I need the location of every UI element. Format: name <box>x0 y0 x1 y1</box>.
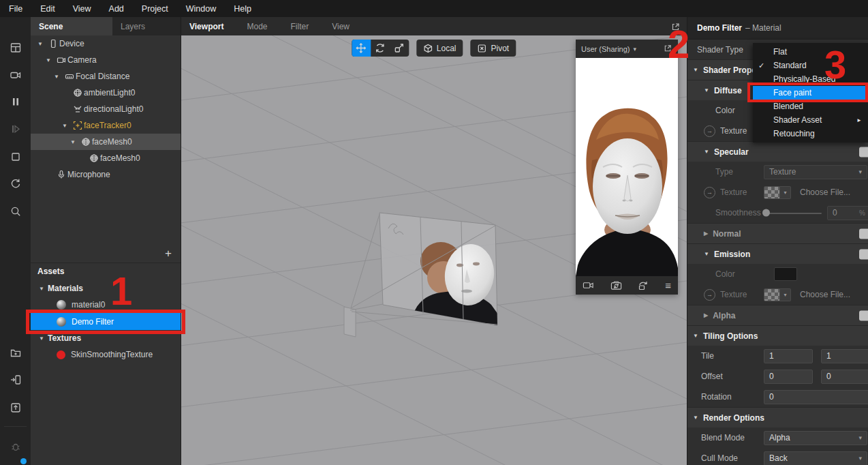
choose-file-field[interactable]: Choose File... <box>795 186 865 199</box>
choose-file-field[interactable]: Choose File... <box>795 288 865 301</box>
menu-edit[interactable]: Edit <box>31 4 64 14</box>
alpha-checkbox[interactable] <box>859 310 868 320</box>
expand-arrow-icon[interactable]: ▼ <box>39 335 48 342</box>
blend-mode-dropdown[interactable]: Alpha▾ <box>764 431 867 445</box>
collapse-arrow-icon[interactable]: ▼ <box>693 415 698 421</box>
add-asset-icon[interactable] <box>6 343 25 362</box>
tab-view[interactable]: View <box>320 22 361 31</box>
expand-arrow-icon[interactable]: ▼ <box>70 139 79 145</box>
pivot-icon <box>478 44 487 53</box>
add-object-button[interactable]: + <box>156 247 181 260</box>
menu-project[interactable]: Project <box>133 4 177 14</box>
expand-arrow-icon[interactable]: ▼ <box>39 286 48 292</box>
texture-swatch[interactable] <box>764 288 780 301</box>
tab-mode[interactable]: Mode <box>235 22 279 31</box>
chevron-down-icon[interactable]: ▾ <box>634 46 637 52</box>
emission-header[interactable]: ▼ Emission <box>687 243 868 264</box>
specular-checkbox[interactable] <box>859 147 868 157</box>
local-space-button[interactable]: Local <box>416 40 463 57</box>
chevron-down-icon[interactable]: ▾ <box>780 186 791 199</box>
assets-group-materials[interactable]: ▼Materials <box>31 280 181 297</box>
tree-item-ambient-light[interactable]: ambientLight0 <box>31 85 181 101</box>
collapse-arrow-icon[interactable]: ▼ <box>704 87 709 93</box>
tab-scene[interactable]: Scene <box>31 17 112 35</box>
collapse-arrow-icon[interactable]: ▶ <box>704 230 708 237</box>
tree-item-face-mesh[interactable]: ▼faceMesh0 <box>31 134 181 150</box>
console-icon[interactable] <box>6 460 25 465</box>
camera-record-icon[interactable] <box>583 280 594 290</box>
tree-item-microphone[interactable]: Microphone <box>31 166 181 183</box>
scale-tool-button[interactable] <box>390 40 409 57</box>
stop-icon[interactable] <box>6 147 25 166</box>
move-icon <box>355 42 367 54</box>
expand-arrow-icon[interactable]: ▼ <box>62 123 71 129</box>
viewport-tab-bar: Viewport Mode Filter View <box>181 17 687 35</box>
publish-icon[interactable] <box>6 398 25 417</box>
collapse-arrow-icon[interactable]: ▼ <box>704 149 709 155</box>
layout-icon[interactable] <box>6 38 25 57</box>
collapse-arrow-icon[interactable]: ▼ <box>693 333 698 339</box>
menu-view[interactable]: View <box>64 4 100 14</box>
restart-icon[interactable] <box>6 174 25 193</box>
offset-x-input[interactable]: 0 <box>764 370 813 384</box>
tiling-options-header[interactable]: ▼ Tiling Options <box>687 325 868 346</box>
menu-item-retouching[interactable]: Retouching <box>753 127 868 140</box>
menu-item-standard[interactable]: ✓Standard <box>753 59 868 72</box>
tab-layers[interactable]: Layers <box>112 17 181 35</box>
expand-arrow-icon[interactable]: ▼ <box>46 57 55 63</box>
normal-checkbox[interactable] <box>859 228 868 239</box>
collapse-arrow-icon[interactable]: ▼ <box>693 67 698 73</box>
rotation-input[interactable]: 0 <box>764 390 868 404</box>
tree-item-device[interactable]: ▼Device <box>31 35 181 52</box>
search-icon[interactable] <box>6 202 25 221</box>
move-tool-button[interactable] <box>352 40 371 57</box>
asset-item-skin-smoothing-texture[interactable]: SkinSmoothingTexture <box>31 346 181 363</box>
tree-item-directional-light[interactable]: directionalLight0 <box>31 101 181 117</box>
video-camera-icon[interactable] <box>6 65 25 85</box>
collapse-arrow-icon[interactable]: ▼ <box>704 251 709 257</box>
chevron-down-icon[interactable]: ▾ <box>780 288 791 301</box>
step-forward-icon[interactable] <box>6 119 25 138</box>
offset-y-input[interactable]: 0 <box>821 370 868 384</box>
tab-filter[interactable]: Filter <box>279 22 321 31</box>
camera-switch-icon[interactable] <box>610 280 622 290</box>
emission-color-swatch[interactable] <box>774 267 797 281</box>
collapse-arrow-icon[interactable]: ▶ <box>704 312 708 318</box>
smoothness-slider-knob[interactable] <box>762 209 770 217</box>
menu-item-shader-asset[interactable]: Shader Asset► <box>753 113 868 127</box>
hamburger-menu-icon[interactable]: ≡ <box>665 280 671 290</box>
tab-viewport[interactable]: Viewport <box>181 22 235 31</box>
arrow-link-icon[interactable]: → <box>704 187 715 198</box>
menu-help[interactable]: Help <box>225 4 260 14</box>
rotate-tool-button[interactable] <box>371 40 390 57</box>
render-options-header[interactable]: ▼ Render Options <box>687 407 868 427</box>
rotate-view-icon[interactable] <box>638 280 649 290</box>
debug-icon[interactable] <box>6 437 25 456</box>
tree-item-face-mesh-child[interactable]: faceMesh0 <box>31 150 181 166</box>
menu-add[interactable]: Add <box>100 4 133 14</box>
arrow-link-icon[interactable]: → <box>704 125 715 137</box>
pause-icon[interactable] <box>6 92 25 111</box>
emission-checkbox[interactable] <box>859 249 868 259</box>
tile-x-input[interactable]: 1 <box>764 349 813 363</box>
alpha-header[interactable]: ▶ Alpha <box>687 305 868 325</box>
send-to-device-icon[interactable] <box>6 370 25 389</box>
menu-window[interactable]: Window <box>177 4 225 14</box>
tile-y-input[interactable]: 1 <box>821 349 868 363</box>
menu-file[interactable]: File <box>0 4 31 14</box>
specular-type-dropdown[interactable]: Texture▾ <box>764 165 867 179</box>
preview-source-label[interactable]: User (Sharing) <box>581 45 630 53</box>
expand-arrow-icon[interactable]: ▼ <box>37 41 46 47</box>
tree-item-focal-distance[interactable]: ▼Focal Distance <box>31 68 181 85</box>
expand-arrow-icon[interactable]: ▼ <box>54 74 63 80</box>
arrow-link-icon[interactable]: → <box>704 289 715 301</box>
menu-item-flat[interactable]: Flat <box>753 45 868 59</box>
specular-header[interactable]: ▼ Specular <box>687 141 868 162</box>
smoothness-slider-track[interactable] <box>767 213 822 214</box>
texture-swatch[interactable] <box>764 186 780 199</box>
cull-mode-dropdown[interactable]: Back▾ <box>764 451 867 465</box>
tree-item-camera[interactable]: ▼Camera <box>31 52 181 68</box>
tree-item-face-tracker[interactable]: ▼faceTracker0 <box>31 117 181 134</box>
pivot-button[interactable]: Pivot <box>471 40 516 57</box>
normal-header[interactable]: ▶ Normal <box>687 223 868 243</box>
